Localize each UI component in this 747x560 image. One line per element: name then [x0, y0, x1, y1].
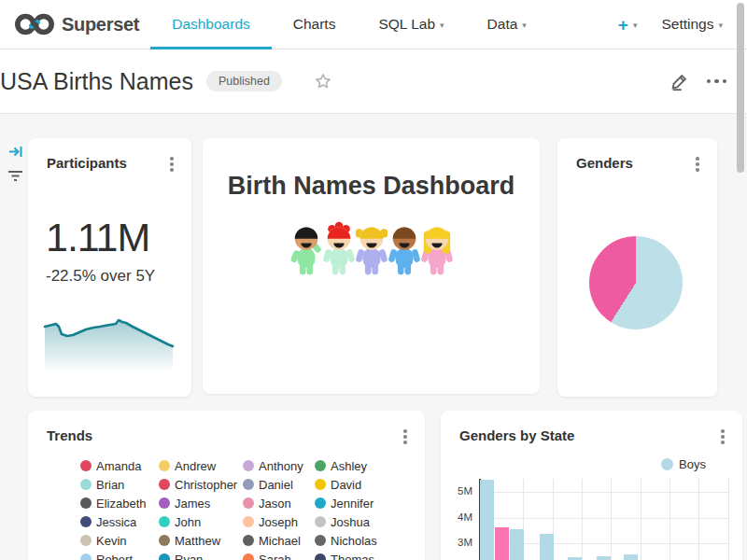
- kebab-menu-icon[interactable]: [689, 153, 706, 175]
- legend-dot: [243, 553, 254, 560]
- legend-item[interactable]: Christopher: [159, 478, 243, 492]
- new-item-button[interactable]: + ▾: [618, 16, 638, 34]
- dashboard-header: USA Births Names Published: [0, 49, 747, 114]
- genders-by-state-bar-chart: 5M4M3M: [441, 479, 742, 560]
- legend-dot: [315, 553, 326, 560]
- more-actions-icon[interactable]: [707, 79, 727, 84]
- nav-tab-label: Charts: [293, 16, 336, 33]
- legend-dot: [243, 479, 254, 490]
- favorite-star-icon[interactable]: [314, 72, 332, 91]
- legend-item[interactable]: Michael: [243, 534, 315, 548]
- children-illustration: [203, 220, 540, 278]
- y-axis-label: 4M: [441, 511, 472, 523]
- legend-label: Jason: [259, 497, 291, 511]
- y-axis-label: 3M: [441, 537, 472, 548]
- v-gridline: [669, 479, 670, 560]
- legend-label: Daniel: [259, 478, 293, 492]
- bar-boys: [480, 480, 494, 560]
- legend-item[interactable]: Robert: [80, 553, 159, 560]
- legend-label: Robert: [96, 553, 133, 560]
- card-title: Participants: [47, 155, 127, 171]
- legend-item[interactable]: Joseph: [243, 515, 315, 529]
- legend-item[interactable]: Nicholas: [315, 534, 389, 548]
- nav-tab-sql-lab[interactable]: SQL Lab ▾: [357, 0, 465, 49]
- main-nav: Dashboards Charts SQL Lab ▾ Data ▾: [150, 0, 548, 49]
- nav-tab-charts[interactable]: Charts: [272, 0, 358, 49]
- superset-logo-icon[interactable]: [15, 11, 54, 37]
- legend-dot: [159, 460, 170, 471]
- legend-item-boys[interactable]: Boys: [661, 457, 706, 471]
- legend-dot: [159, 497, 170, 509]
- y-axis-label: 5M: [441, 485, 472, 497]
- legend-item[interactable]: Ashley: [315, 459, 389, 473]
- legend-dot: [80, 553, 92, 560]
- published-badge: Published: [206, 71, 282, 91]
- legend-item[interactable]: Jessica: [80, 515, 159, 529]
- legend-label: Nicholas: [331, 534, 377, 548]
- legend-item[interactable]: Brian: [80, 478, 159, 492]
- kebab-menu-icon[interactable]: [163, 153, 180, 175]
- legend-item[interactable]: James: [159, 497, 243, 511]
- kebab-menu-icon[interactable]: [397, 426, 414, 448]
- bar-girls: [495, 527, 509, 560]
- legend-dot: [80, 497, 92, 509]
- legend-item[interactable]: Jennifer: [315, 497, 389, 511]
- legend-item[interactable]: Sarah: [243, 553, 315, 560]
- brand-name[interactable]: Superset: [62, 14, 139, 35]
- legend-label: Elizabeth: [96, 497, 146, 511]
- legend-item[interactable]: Kevin: [80, 534, 159, 548]
- legend-dot: [80, 479, 92, 490]
- legend-label: David: [331, 478, 361, 492]
- nav-tab-dashboards[interactable]: Dashboards: [150, 0, 272, 49]
- bar-boys: [624, 554, 638, 560]
- genders-pie-chart: [589, 236, 683, 329]
- vertical-scrollbar-thumb[interactable]: [737, 3, 744, 173]
- big-number-subheader: -22.5% over 5Y: [46, 267, 155, 286]
- legend-item[interactable]: Thomas: [315, 553, 389, 560]
- child-figure: [290, 220, 322, 278]
- legend-item[interactable]: Daniel: [243, 478, 315, 492]
- participants-trendline-chart: [42, 315, 177, 375]
- legend-dot: [159, 479, 170, 490]
- legend-item[interactable]: Ryan: [159, 553, 243, 560]
- child-figure: [421, 220, 453, 278]
- nav-tab-label: Dashboards: [172, 16, 250, 33]
- legend-dot: [315, 479, 326, 490]
- legend-item[interactable]: Anthony: [243, 459, 315, 473]
- child-figure: [323, 220, 355, 278]
- legend-label: Boys: [679, 457, 706, 471]
- expand-filter-bar-icon[interactable]: [8, 145, 23, 159]
- navbar: Superset Dashboards Charts SQL Lab ▾ Dat…: [0, 0, 747, 49]
- nav-tab-label: Data: [487, 16, 518, 33]
- nav-tab-label: SQL Lab: [378, 16, 435, 33]
- legend-item[interactable]: David: [315, 478, 389, 492]
- legend-dot: [159, 553, 170, 560]
- nav-tab-data[interactable]: Data ▾: [466, 0, 548, 49]
- legend-label: Matthew: [175, 534, 220, 548]
- legend-dot: [80, 535, 92, 546]
- legend-item[interactable]: Elizabeth: [80, 497, 159, 511]
- settings-menu[interactable]: Settings ▾: [661, 16, 723, 33]
- trends-card: Trends AmandaAndrewAnthonyAshleyBrianChr…: [28, 411, 425, 560]
- legend-label: Andrew: [175, 459, 216, 473]
- legend-item[interactable]: Joshua: [315, 515, 389, 529]
- markdown-card: Birth Names Dashboard: [203, 138, 540, 394]
- legend-label: Brian: [96, 478, 124, 492]
- legend-item[interactable]: Matthew: [159, 534, 243, 548]
- edit-pencil-icon[interactable]: [669, 71, 690, 91]
- kebab-menu-icon[interactable]: [714, 426, 731, 448]
- legend-dot: [159, 535, 170, 546]
- legend-label: Ryan: [175, 553, 203, 560]
- legend-item[interactable]: Amanda: [80, 459, 159, 473]
- settings-label: Settings: [661, 16, 713, 33]
- bar-boys: [540, 534, 554, 560]
- legend-label: Amanda: [96, 459, 141, 473]
- legend-item[interactable]: Andrew: [159, 459, 243, 473]
- legend-label: Ashley: [331, 459, 367, 473]
- plus-icon: +: [618, 16, 628, 34]
- legend-item[interactable]: John: [159, 515, 243, 529]
- legend-item[interactable]: Jason: [243, 497, 315, 511]
- legend-dot: [243, 516, 254, 527]
- filter-list-icon[interactable]: [7, 170, 23, 182]
- chevron-down-icon: ▾: [440, 21, 444, 30]
